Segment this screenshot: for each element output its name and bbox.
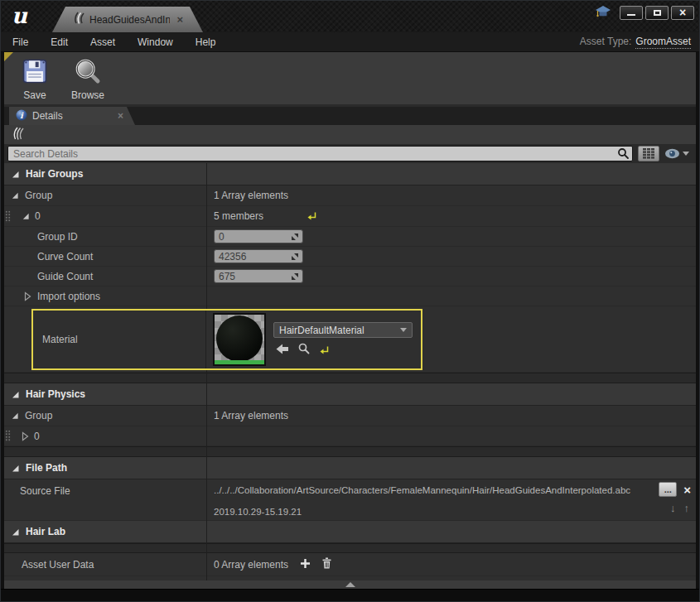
property-matrix-button[interactable] bbox=[638, 146, 659, 161]
expanded-arrow-icon[interactable] bbox=[11, 191, 19, 200]
drag-handle[interactable] bbox=[5, 210, 11, 223]
expanded-arrow-icon bbox=[11, 170, 20, 179]
expanded-arrow-icon bbox=[11, 390, 20, 399]
collapsed-arrow-icon[interactable] bbox=[22, 431, 29, 441]
browse-magnifier-icon bbox=[74, 57, 102, 88]
material-thumbnail[interactable] bbox=[213, 313, 266, 366]
tutorial-graduation-cap-icon[interactable] bbox=[595, 3, 611, 22]
property-label: Source File bbox=[20, 485, 70, 497]
section-divider bbox=[4, 446, 696, 457]
material-dropdown-value: HairDefaultMaterial bbox=[279, 325, 400, 336]
menu-edit[interactable]: Edit bbox=[51, 36, 68, 48]
asset-tab-title: HeadGuidesAndInterpolat bbox=[89, 14, 170, 26]
view-options-button[interactable] bbox=[664, 148, 691, 159]
menu-asset[interactable]: Asset bbox=[90, 36, 115, 48]
property-label: Material bbox=[42, 334, 78, 345]
asset-type-label: Asset Type: bbox=[580, 36, 631, 47]
expanded-arrow-icon bbox=[11, 464, 20, 473]
section-hair-physics[interactable]: Hair Physics bbox=[4, 383, 696, 406]
menu-help[interactable]: Help bbox=[196, 36, 216, 48]
section-hair-groups[interactable]: Hair Groups bbox=[4, 163, 696, 185]
scroll-strip[interactable] bbox=[4, 580, 696, 589]
reset-to-default-icon[interactable] bbox=[307, 209, 317, 223]
drag-handle[interactable] bbox=[5, 430, 11, 442]
property-label: Asset User Data bbox=[22, 559, 94, 571]
panel-tab-well: i Details × bbox=[4, 107, 696, 125]
spinbox-drag-icon bbox=[291, 272, 299, 281]
save-button-label: Save bbox=[23, 89, 46, 101]
menubar: File Edit Asset Window Help Asset Type: … bbox=[1, 32, 699, 52]
section-divider bbox=[4, 373, 696, 383]
row-array-element-0: 0 bbox=[4, 426, 696, 446]
section-hair-lab[interactable]: Hair Lab bbox=[4, 521, 696, 543]
group-id-field: 0 bbox=[214, 229, 303, 243]
asset-document-tab[interactable]: HeadGuidesAndInterpolat × bbox=[52, 7, 203, 32]
property-label: Curve Count bbox=[37, 251, 93, 262]
titlebar: u HeadGuidesAndInterpolat × bbox=[1, 1, 699, 32]
reset-to-default-icon[interactable] bbox=[319, 344, 330, 357]
svg-text:u: u bbox=[12, 4, 28, 27]
source-file-timestamp: 2019.10.29-15.19.21 bbox=[206, 507, 302, 517]
section-file-path[interactable]: File Path bbox=[4, 457, 696, 479]
asset-tab-close-icon[interactable]: × bbox=[176, 13, 183, 26]
grid-icon bbox=[643, 148, 654, 159]
material-sphere-preview bbox=[216, 315, 263, 362]
row-asset-user-data: Asset User Data 0 Array elements bbox=[4, 553, 696, 576]
arrow-up-icon[interactable]: ↑ bbox=[684, 502, 690, 514]
row-group: Group 1 Array elements bbox=[4, 185, 696, 206]
property-value: 0 Array elements bbox=[214, 559, 300, 571]
details-tab[interactable]: i Details × bbox=[9, 107, 135, 125]
spinbox-drag-icon bbox=[291, 233, 299, 241]
source-file-path: ../../../Collaboration/ArtSource/Charact… bbox=[206, 485, 630, 495]
details-panel: Hair Groups Group 1 Array elements 0 5 m… bbox=[4, 163, 696, 580]
field-value: 42356 bbox=[219, 251, 291, 262]
property-label: Group ID bbox=[37, 231, 78, 243]
row-curve-count: Curve Count 42356 bbox=[4, 247, 696, 267]
browse-button-label: Browse bbox=[71, 89, 104, 101]
close-button[interactable]: × bbox=[671, 6, 694, 20]
add-element-icon[interactable] bbox=[300, 558, 311, 571]
expanded-arrow-icon[interactable] bbox=[22, 212, 30, 220]
property-label: Guide Count bbox=[37, 271, 93, 282]
menu-window[interactable]: Window bbox=[138, 36, 173, 48]
maximize-button[interactable] bbox=[645, 6, 669, 20]
row-import-options: Import options bbox=[4, 287, 696, 306]
property-label: Import options bbox=[37, 291, 100, 302]
minimize-button[interactable] bbox=[620, 6, 643, 20]
material-dropdown[interactable]: HairDefaultMaterial bbox=[273, 322, 413, 338]
property-label: Group bbox=[25, 190, 52, 201]
row-group: Group 1 Array elements bbox=[4, 406, 696, 426]
groom-asset-icon bbox=[74, 12, 84, 27]
menu-file[interactable]: File bbox=[12, 36, 28, 48]
clear-path-icon[interactable]: × bbox=[683, 484, 691, 496]
expanded-arrow-icon[interactable] bbox=[11, 412, 19, 420]
breadcrumb bbox=[4, 125, 696, 144]
unreal-engine-logo-icon: u bbox=[7, 3, 32, 28]
field-value: 0 bbox=[219, 231, 291, 243]
save-button[interactable]: Save bbox=[12, 57, 57, 101]
close-icon: × bbox=[679, 7, 686, 18]
scroll-up-icon bbox=[345, 582, 355, 587]
groom-asset-editor-window: u HeadGuidesAndInterpolat × bbox=[0, 0, 700, 602]
details-tab-close-icon[interactable]: × bbox=[118, 110, 123, 122]
array-element-label: 0 bbox=[34, 431, 40, 442]
chevron-down-icon bbox=[400, 328, 407, 332]
section-title: Hair Physics bbox=[26, 388, 85, 400]
use-selected-asset-icon[interactable] bbox=[276, 344, 289, 357]
file-picker-button[interactable]: ... bbox=[659, 482, 677, 497]
minimize-icon bbox=[627, 14, 635, 16]
collapsed-arrow-icon[interactable] bbox=[24, 291, 31, 301]
arrow-down-icon[interactable]: ↓ bbox=[670, 502, 676, 514]
info-icon: i bbox=[16, 109, 27, 123]
section-title: File Path bbox=[26, 462, 67, 474]
browse-button[interactable]: Browse bbox=[65, 57, 110, 101]
section-divider bbox=[4, 543, 696, 553]
asset-type-indicator: Asset Type: GroomAsset bbox=[580, 36, 691, 49]
asset-type-value[interactable]: GroomAsset bbox=[635, 36, 691, 49]
curve-count-field: 42356 bbox=[214, 249, 303, 263]
delete-trash-icon[interactable] bbox=[321, 557, 332, 571]
browse-to-asset-icon[interactable] bbox=[298, 343, 310, 357]
search-input[interactable] bbox=[7, 146, 633, 161]
field-value: 675 bbox=[219, 271, 291, 282]
chevron-down-icon bbox=[683, 152, 689, 156]
